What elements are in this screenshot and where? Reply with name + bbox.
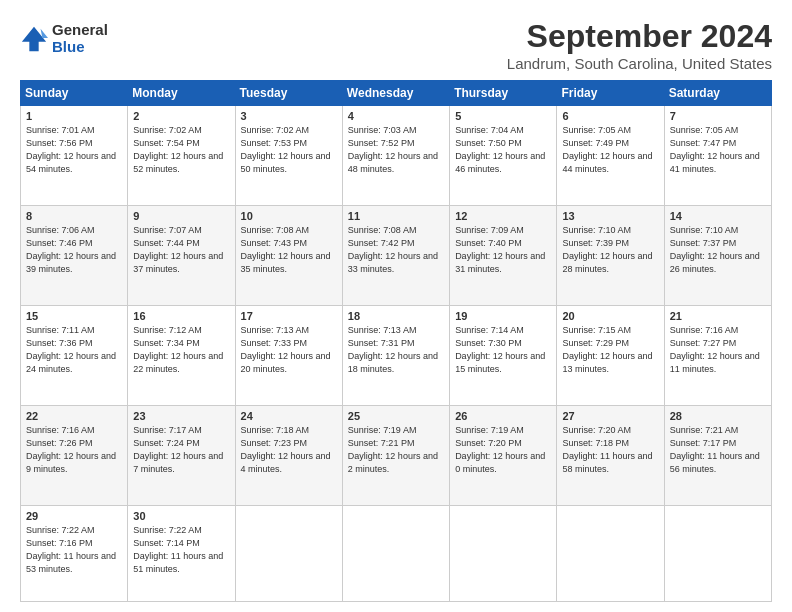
cell-info: Sunrise: 7:13 AM Sunset: 7:31 PM Dayligh… xyxy=(348,324,444,376)
logo-blue-text: Blue xyxy=(52,39,108,56)
header-tuesday: Tuesday xyxy=(235,81,342,106)
header-sunday: Sunday xyxy=(21,81,128,106)
cell-info: Sunrise: 7:05 AM Sunset: 7:49 PM Dayligh… xyxy=(562,124,658,176)
table-row: 1 Sunrise: 7:01 AM Sunset: 7:56 PM Dayli… xyxy=(21,106,128,206)
table-row: 12 Sunrise: 7:09 AM Sunset: 7:40 PM Dayl… xyxy=(450,205,557,305)
table-row: 4 Sunrise: 7:03 AM Sunset: 7:52 PM Dayli… xyxy=(342,106,449,206)
table-row: 18 Sunrise: 7:13 AM Sunset: 7:31 PM Dayl… xyxy=(342,305,449,405)
day-number: 8 xyxy=(26,210,122,222)
day-number: 21 xyxy=(670,310,766,322)
day-number: 27 xyxy=(562,410,658,422)
calendar-title: September 2024 xyxy=(507,18,772,55)
calendar-subtitle: Landrum, South Carolina, United States xyxy=(507,55,772,72)
day-number: 17 xyxy=(241,310,337,322)
cell-info: Sunrise: 7:03 AM Sunset: 7:52 PM Dayligh… xyxy=(348,124,444,176)
day-number: 24 xyxy=(241,410,337,422)
table-row: 3 Sunrise: 7:02 AM Sunset: 7:53 PM Dayli… xyxy=(235,106,342,206)
logo: General Blue xyxy=(20,22,108,55)
table-row xyxy=(450,505,557,601)
day-number: 28 xyxy=(670,410,766,422)
table-row xyxy=(342,505,449,601)
cell-info: Sunrise: 7:10 AM Sunset: 7:37 PM Dayligh… xyxy=(670,224,766,276)
table-row: 6 Sunrise: 7:05 AM Sunset: 7:49 PM Dayli… xyxy=(557,106,664,206)
cell-info: Sunrise: 7:18 AM Sunset: 7:23 PM Dayligh… xyxy=(241,424,337,476)
cell-info: Sunrise: 7:14 AM Sunset: 7:30 PM Dayligh… xyxy=(455,324,551,376)
table-row: 29 Sunrise: 7:22 AM Sunset: 7:16 PM Dayl… xyxy=(21,505,128,601)
cell-info: Sunrise: 7:16 AM Sunset: 7:26 PM Dayligh… xyxy=(26,424,122,476)
cell-info: Sunrise: 7:10 AM Sunset: 7:39 PM Dayligh… xyxy=(562,224,658,276)
day-number: 18 xyxy=(348,310,444,322)
day-number: 11 xyxy=(348,210,444,222)
cell-info: Sunrise: 7:19 AM Sunset: 7:21 PM Dayligh… xyxy=(348,424,444,476)
cell-info: Sunrise: 7:07 AM Sunset: 7:44 PM Dayligh… xyxy=(133,224,229,276)
cell-info: Sunrise: 7:02 AM Sunset: 7:53 PM Dayligh… xyxy=(241,124,337,176)
cell-info: Sunrise: 7:21 AM Sunset: 7:17 PM Dayligh… xyxy=(670,424,766,476)
day-number: 4 xyxy=(348,110,444,122)
day-number: 16 xyxy=(133,310,229,322)
logo-general-text: General xyxy=(52,22,108,39)
calendar-table: Sunday Monday Tuesday Wednesday Thursday… xyxy=(20,80,772,602)
header-wednesday: Wednesday xyxy=(342,81,449,106)
table-row: 16 Sunrise: 7:12 AM Sunset: 7:34 PM Dayl… xyxy=(128,305,235,405)
table-row: 26 Sunrise: 7:19 AM Sunset: 7:20 PM Dayl… xyxy=(450,405,557,505)
table-row: 20 Sunrise: 7:15 AM Sunset: 7:29 PM Dayl… xyxy=(557,305,664,405)
day-number: 13 xyxy=(562,210,658,222)
table-row xyxy=(557,505,664,601)
table-row: 15 Sunrise: 7:11 AM Sunset: 7:36 PM Dayl… xyxy=(21,305,128,405)
day-number: 10 xyxy=(241,210,337,222)
cell-info: Sunrise: 7:13 AM Sunset: 7:33 PM Dayligh… xyxy=(241,324,337,376)
table-row: 22 Sunrise: 7:16 AM Sunset: 7:26 PM Dayl… xyxy=(21,405,128,505)
table-row: 24 Sunrise: 7:18 AM Sunset: 7:23 PM Dayl… xyxy=(235,405,342,505)
day-number: 7 xyxy=(670,110,766,122)
table-row: 25 Sunrise: 7:19 AM Sunset: 7:21 PM Dayl… xyxy=(342,405,449,505)
table-row xyxy=(664,505,771,601)
day-number: 20 xyxy=(562,310,658,322)
table-row: 13 Sunrise: 7:10 AM Sunset: 7:39 PM Dayl… xyxy=(557,205,664,305)
table-row: 9 Sunrise: 7:07 AM Sunset: 7:44 PM Dayli… xyxy=(128,205,235,305)
day-number: 25 xyxy=(348,410,444,422)
cell-info: Sunrise: 7:22 AM Sunset: 7:14 PM Dayligh… xyxy=(133,524,229,576)
cell-info: Sunrise: 7:17 AM Sunset: 7:24 PM Dayligh… xyxy=(133,424,229,476)
day-number: 30 xyxy=(133,510,229,522)
table-row: 21 Sunrise: 7:16 AM Sunset: 7:27 PM Dayl… xyxy=(664,305,771,405)
cell-info: Sunrise: 7:22 AM Sunset: 7:16 PM Dayligh… xyxy=(26,524,122,576)
header-saturday: Saturday xyxy=(664,81,771,106)
header-monday: Monday xyxy=(128,81,235,106)
cell-info: Sunrise: 7:02 AM Sunset: 7:54 PM Dayligh… xyxy=(133,124,229,176)
cell-info: Sunrise: 7:19 AM Sunset: 7:20 PM Dayligh… xyxy=(455,424,551,476)
table-row: 7 Sunrise: 7:05 AM Sunset: 7:47 PM Dayli… xyxy=(664,106,771,206)
day-number: 23 xyxy=(133,410,229,422)
day-number: 12 xyxy=(455,210,551,222)
day-number: 3 xyxy=(241,110,337,122)
cell-info: Sunrise: 7:12 AM Sunset: 7:34 PM Dayligh… xyxy=(133,324,229,376)
cell-info: Sunrise: 7:08 AM Sunset: 7:42 PM Dayligh… xyxy=(348,224,444,276)
day-number: 22 xyxy=(26,410,122,422)
table-row: 14 Sunrise: 7:10 AM Sunset: 7:37 PM Dayl… xyxy=(664,205,771,305)
cell-info: Sunrise: 7:05 AM Sunset: 7:47 PM Dayligh… xyxy=(670,124,766,176)
day-number: 19 xyxy=(455,310,551,322)
table-row xyxy=(235,505,342,601)
table-row: 28 Sunrise: 7:21 AM Sunset: 7:17 PM Dayl… xyxy=(664,405,771,505)
table-row: 27 Sunrise: 7:20 AM Sunset: 7:18 PM Dayl… xyxy=(557,405,664,505)
day-number: 15 xyxy=(26,310,122,322)
svg-marker-0 xyxy=(22,26,46,50)
table-row: 19 Sunrise: 7:14 AM Sunset: 7:30 PM Dayl… xyxy=(450,305,557,405)
cell-info: Sunrise: 7:09 AM Sunset: 7:40 PM Dayligh… xyxy=(455,224,551,276)
day-number: 1 xyxy=(26,110,122,122)
table-row: 23 Sunrise: 7:17 AM Sunset: 7:24 PM Dayl… xyxy=(128,405,235,505)
title-block: September 2024 Landrum, South Carolina, … xyxy=(507,18,772,72)
cell-info: Sunrise: 7:04 AM Sunset: 7:50 PM Dayligh… xyxy=(455,124,551,176)
day-number: 29 xyxy=(26,510,122,522)
table-row: 2 Sunrise: 7:02 AM Sunset: 7:54 PM Dayli… xyxy=(128,106,235,206)
day-number: 14 xyxy=(670,210,766,222)
table-row: 30 Sunrise: 7:22 AM Sunset: 7:14 PM Dayl… xyxy=(128,505,235,601)
cell-info: Sunrise: 7:08 AM Sunset: 7:43 PM Dayligh… xyxy=(241,224,337,276)
table-row: 11 Sunrise: 7:08 AM Sunset: 7:42 PM Dayl… xyxy=(342,205,449,305)
cell-info: Sunrise: 7:06 AM Sunset: 7:46 PM Dayligh… xyxy=(26,224,122,276)
page-header: General Blue September 2024 Landrum, Sou… xyxy=(20,18,772,72)
header-thursday: Thursday xyxy=(450,81,557,106)
day-number: 26 xyxy=(455,410,551,422)
logo-icon xyxy=(20,25,48,53)
table-row: 17 Sunrise: 7:13 AM Sunset: 7:33 PM Dayl… xyxy=(235,305,342,405)
calendar-page: General Blue September 2024 Landrum, Sou… xyxy=(0,0,792,612)
